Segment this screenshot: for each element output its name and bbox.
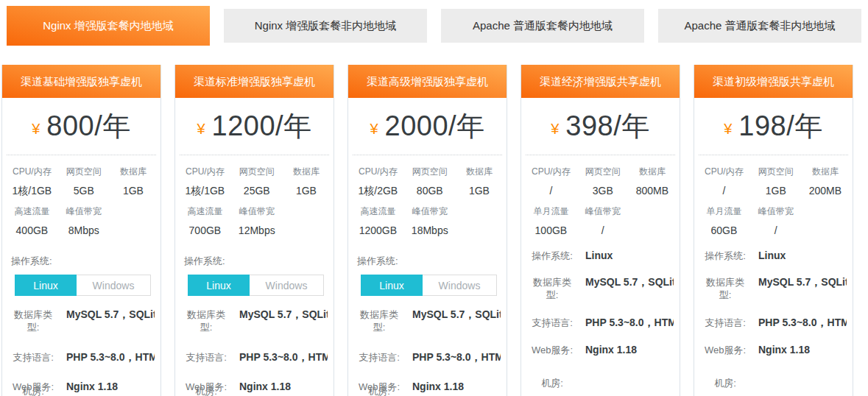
price-amount: 198/年 [738, 107, 822, 145]
spec-webspace: 网页空间 80GB [403, 165, 456, 198]
spec-grid: CPU/内存 1核/2GB 网页空间 80GB 数据库 1GB 高速流量 120… [348, 155, 507, 238]
os-label: 操作系统: [184, 255, 334, 268]
spec-cpu: CPU/内存 / [699, 165, 749, 198]
currency-symbol: ¥ [370, 121, 378, 138]
os-toggle: Linux Windows [15, 275, 151, 296]
windows-button[interactable]: Windows [423, 275, 497, 296]
tab-nginx-enhanced-mainland[interactable]: Nginx 增强版套餐内地地域 [7, 6, 210, 46]
row-web-server: Web服务: Nginx 1.18 [521, 344, 680, 356]
card-title: 渠道基础增强版独享虚机 [2, 65, 160, 98]
row-languages: 支持语言: PHP 5.3~8.0，HTM… [694, 317, 853, 329]
spec-grid: CPU/内存 / 网页空间 1GB 数据库 200MB 单月流量 60GB [694, 155, 853, 238]
spec-webspace: 网页空间 3GB [576, 165, 629, 198]
pricing-card-standard: 渠道标准增强版独享虚机 ¥ 1200/年 CPU/内存 1核/1GB 网页空间 … [174, 65, 334, 396]
linux-button[interactable]: Linux [15, 275, 77, 296]
spec-bandwidth: 峰值带宽 / [576, 205, 629, 238]
card-title: 渠道标准增强版独享虚机 [175, 65, 334, 98]
spec-bandwidth: 峰值带宽 / [749, 205, 802, 238]
os-toggle: Linux Windows [361, 275, 497, 296]
os-toggle: Linux Windows [188, 275, 324, 296]
windows-button[interactable]: Windows [77, 275, 151, 296]
price: ¥ 398/年 [521, 98, 680, 155]
spec-database: 数据库 1GB [283, 165, 329, 198]
row-db-type: 数据库类型: MySQL 5.7，SQLite [521, 276, 680, 301]
spec-grid: CPU/内存 1核/1GB 网页空间 25GB 数据库 1GB 高速流量 700… [175, 155, 334, 238]
row-os: 操作系统: Linux [521, 250, 680, 262]
spec-grid: CPU/内存 / 网页空间 3GB 数据库 800MB 单月流量 100GB [521, 155, 680, 238]
spec-cpu: CPU/内存 1核/1GB [180, 165, 230, 198]
card-title: 渠道高级增强版独享虚机 [348, 65, 507, 98]
row-db-type: 数据库类型: MySQL 5.7，SQLite [694, 276, 853, 301]
spec-traffic: 单月流量 100GB [526, 205, 576, 238]
linux-button[interactable]: Linux [361, 275, 423, 296]
price: ¥ 800/年 [2, 98, 160, 155]
spec-traffic: 单月流量 60GB [699, 205, 749, 238]
spec-database: 数据库 1GB [110, 165, 156, 198]
spec-grid: CPU/内存 1核/1GB 网页空间 5GB 数据库 1GB 高速流量 400G… [2, 155, 160, 238]
linux-button[interactable]: Linux [188, 275, 250, 296]
windows-button[interactable]: Windows [250, 275, 324, 296]
price-amount: 1200/年 [212, 107, 312, 145]
spec-webspace: 网页空间 5GB [57, 165, 110, 198]
currency-symbol: ¥ [551, 121, 559, 138]
row-languages: 支持语言: PHP 5.3~8.0，HTM… [348, 351, 507, 364]
row-languages: 支持语言: PHP 5.3~8.0，HTM… [175, 351, 334, 364]
spec-database: 数据库 800MB [629, 165, 675, 198]
tab-nginx-enhanced-nonmainland[interactable]: Nginx 增强版套餐非内地地域 [224, 9, 427, 43]
tab-apache-standard-nonmainland[interactable]: Apache 普通版套餐非内地地域 [658, 9, 861, 43]
pricing-card-economy: 渠道经济增强版共享虚机 ¥ 398/年 CPU/内存 / 网页空间 3GB 数据… [521, 65, 680, 396]
spec-bandwidth: 峰值带宽 18Mbps [403, 205, 456, 238]
spec-bandwidth: 峰值带宽 12Mbps [230, 205, 283, 238]
spec-traffic: 高速流量 400GB [7, 205, 57, 238]
price-amount: 2000/年 [385, 107, 485, 145]
spec-bandwidth: 峰值带宽 8Mbps [57, 205, 110, 238]
currency-symbol: ¥ [197, 121, 205, 138]
card-title: 渠道初级增强版共享虚机 [694, 65, 853, 98]
row-db-type: 数据库类型: MySQL 5.7，SQLite [175, 308, 334, 333]
price: ¥ 2000/年 [348, 98, 507, 155]
card-title: 渠道经济增强版共享虚机 [521, 65, 680, 98]
price-amount: 398/年 [565, 107, 649, 145]
spec-webspace: 网页空间 1GB [749, 165, 802, 198]
os-label: 操作系统: [11, 255, 160, 268]
row-os: 操作系统: Linux [694, 250, 853, 262]
row-datacenter: 机房: [521, 377, 680, 389]
price: ¥ 1200/年 [175, 98, 334, 155]
currency-symbol: ¥ [32, 121, 40, 138]
row-db-type: 数据库类型: MySQL 5.7，SQLite [348, 308, 507, 333]
spec-webspace: 网页空间 25GB [230, 165, 283, 198]
price-amount: 800/年 [46, 107, 130, 145]
spec-database: 数据库 1GB [456, 165, 502, 198]
spec-cpu: CPU/内存 1核/2GB [353, 165, 403, 198]
package-tabs: Nginx 增强版套餐内地地域 Nginx 增强版套餐非内地地域 Apache … [0, 0, 868, 49]
spec-database: 数据库 200MB [802, 165, 848, 198]
spec-traffic: 高速流量 1200GB [353, 205, 403, 238]
price: ¥ 198/年 [694, 98, 853, 155]
currency-symbol: ¥ [724, 121, 732, 138]
row-web-server: Web服务: Nginx 1.18 [694, 344, 853, 356]
pricing-card-entry: 渠道初级增强版共享虚机 ¥ 198/年 CPU/内存 / 网页空间 1GB 数据… [694, 65, 853, 396]
tab-apache-standard-mainland[interactable]: Apache 普通版套餐内地地域 [441, 9, 644, 43]
pricing-card-advanced: 渠道高级增强版独享虚机 ¥ 2000/年 CPU/内存 1核/2GB 网页空间 … [347, 65, 507, 396]
row-languages: 支持语言: PHP 5.3~8.0，HTM… [521, 317, 680, 329]
pricing-cards: 渠道基础增强版独享虚机 ¥ 800/年 CPU/内存 1核/1GB 网页空间 5… [0, 65, 868, 396]
spec-cpu: CPU/内存 1核/1GB [7, 165, 57, 198]
os-label: 操作系统: [357, 255, 507, 268]
spec-cpu: CPU/内存 / [526, 165, 576, 198]
row-datacenter: 机房: [694, 377, 853, 389]
row-db-type: 数据库类型: MySQL 5.7，SQLite [2, 308, 160, 333]
row-languages: 支持语言: PHP 5.3~8.0，HTM… [2, 351, 160, 364]
pricing-card-basic: 渠道基础增强版独享虚机 ¥ 800/年 CPU/内存 1核/1GB 网页空间 5… [1, 65, 161, 396]
spec-traffic: 高速流量 700GB [180, 205, 230, 238]
